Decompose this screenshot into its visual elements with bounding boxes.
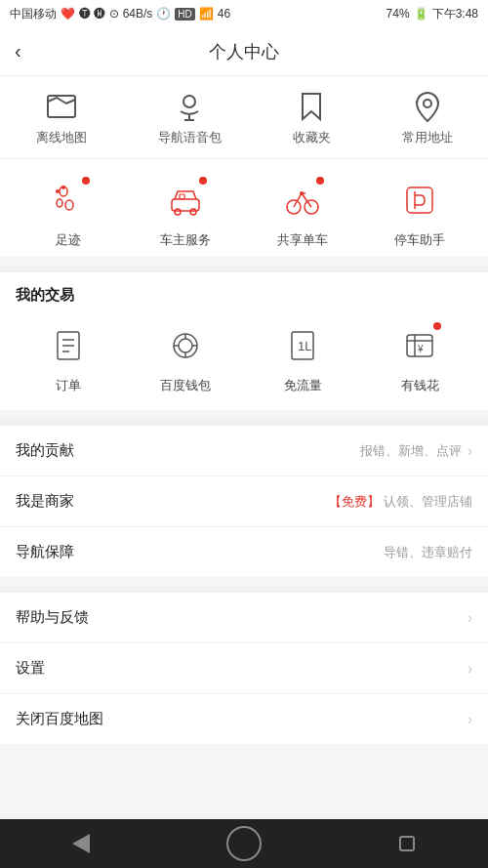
transaction-wallet[interactable]: 百度钱包 (160, 320, 211, 394)
transaction-title: 我的交易 (0, 272, 488, 312)
money-label: 有钱花 (401, 377, 439, 394)
battery-icon: 🔋 (414, 7, 428, 21)
home-nav-button[interactable] (215, 824, 273, 863)
profile-icon-grid: 足迹 车主服务 (0, 175, 488, 249)
recents-square-icon (399, 836, 415, 851)
wifi-icon: 📶 (199, 7, 214, 21)
help-chevron-icon: › (468, 609, 472, 627)
parking-icon-wrapper (394, 175, 445, 226)
top-nav-favorites-label: 收藏夹 (293, 129, 331, 146)
help-right: › (468, 609, 472, 627)
profile-footprint[interactable]: 足迹 (43, 175, 94, 249)
hd-badge: HD (175, 8, 194, 21)
merchant-label: 我是商家 (16, 492, 74, 511)
nav-protection-right: 导错、违章赔付 (384, 544, 472, 561)
profile-bike-share[interactable]: 共享单车 (277, 175, 328, 249)
back-button[interactable]: ‹ (15, 40, 21, 62)
footprint-dot (82, 177, 90, 185)
nav-protection-hint: 导错、违章赔付 (384, 544, 472, 561)
status-bar: 中国移动 ❤️ 🅣 🅦 ⊙ 64B/s 🕐 HD 📶 46 74% 🔋 下午3:… (0, 0, 488, 27)
profile-parking[interactable]: 停车助手 (394, 175, 445, 249)
list-item-contribution[interactable]: 我的贡献 报错、新增、点评 › (0, 426, 488, 476)
list-item-close-app[interactable]: 关闭百度地图 › (0, 694, 488, 744)
profile-car-service[interactable]: 车主服务 (160, 175, 211, 249)
network-type: 46 (218, 7, 230, 21)
home-circle-icon (226, 826, 262, 861)
top-nav-common-address-label: 常用地址 (402, 129, 453, 146)
top-nav-offline-map[interactable]: 离线地图 (36, 88, 87, 146)
page-title: 个人中心 (209, 40, 279, 63)
list-item-settings[interactable]: 设置 › (0, 643, 488, 694)
signal-icon: ❤️ (61, 7, 75, 21)
settings-chevron-icon: › (468, 660, 472, 678)
data-icon: 1L (284, 327, 321, 364)
money-icon-wrapper: ¥ (394, 320, 445, 371)
transaction-section: 我的交易 订单 (0, 272, 488, 410)
merchant-hint-highlight: 【免费】 (329, 494, 380, 509)
footprint-icon (50, 182, 87, 219)
status-right: 74% 🔋 下午3:48 (386, 6, 478, 22)
car-icon-wrapper (160, 175, 211, 226)
top-nav-bar: 离线地图 导航语音包 收藏夹 常用地址 (0, 76, 488, 159)
money-icon: ¥ (401, 327, 438, 364)
merchant-right: 【免费】 认领、管理店铺 (329, 493, 472, 511)
svg-text:1L: 1L (298, 339, 311, 353)
svg-text:¥: ¥ (417, 344, 424, 354)
transaction-free-data[interactable]: 1L 免流量 (277, 320, 328, 394)
wallet-icon-wrapper (160, 320, 211, 371)
recents-nav-button[interactable] (378, 824, 436, 863)
bottom-nav-bar (0, 819, 488, 868)
battery-percent: 74% (386, 7, 410, 21)
merchant-hint: 【免费】 认领、管理店铺 (329, 493, 472, 511)
status-left: 中国移动 ❤️ 🅣 🅦 ⊙ 64B/s 🕐 HD 📶 46 (10, 6, 230, 22)
top-nav-voice-pack[interactable]: 导航语音包 (158, 88, 222, 146)
top-nav-favorites[interactable]: 收藏夹 (293, 88, 331, 146)
free-data-label: 免流量 (284, 377, 322, 394)
divider-2 (0, 418, 488, 426)
list-section: 我的贡献 报错、新增、点评 › 我是商家 【免费】 认领、管理店铺 导航保障 导… (0, 426, 488, 577)
contribution-label: 我的贡献 (16, 441, 74, 460)
app-icons: 🅣 🅦 ⊙ (79, 7, 119, 21)
voice-icon (171, 88, 208, 125)
settings-label: 设置 (16, 659, 45, 678)
bike-icon-wrapper (277, 175, 328, 226)
footprint-label: 足迹 (56, 231, 81, 249)
svg-rect-17 (407, 187, 432, 213)
transaction-grid: 订单 百度钱包 1L (0, 312, 488, 410)
carrier-text: 中国移动 (10, 6, 57, 22)
data-icon-wrapper: 1L (277, 320, 328, 371)
data-speed: 64B/s (123, 7, 153, 21)
list-item-merchant[interactable]: 我是商家 【免费】 认领、管理店铺 (0, 476, 488, 527)
transaction-order[interactable]: 订单 (43, 320, 94, 394)
help-label: 帮助与反馈 (16, 608, 89, 627)
list-item-help[interactable]: 帮助与反馈 › (0, 593, 488, 643)
bike-label: 共享单车 (277, 231, 328, 249)
svg-point-7 (65, 200, 73, 210)
order-icon-wrapper (43, 320, 94, 371)
top-nav-offline-map-label: 离线地图 (36, 129, 87, 146)
bike-dot (316, 177, 324, 185)
location-icon (409, 88, 446, 125)
wallet-label: 百度钱包 (160, 377, 211, 394)
svg-point-12 (190, 209, 196, 215)
nav-protection-label: 导航保障 (16, 543, 74, 561)
back-nav-button[interactable] (52, 824, 110, 863)
order-label: 订单 (56, 377, 81, 394)
divider-1 (0, 265, 488, 272)
svg-point-1 (183, 96, 195, 107)
divider-3 (0, 585, 488, 593)
clock-icon: 🕐 (156, 7, 171, 21)
svg-point-11 (175, 209, 181, 215)
back-icon: ‹ (15, 40, 21, 62)
close-app-label: 关闭百度地图 (16, 710, 103, 728)
order-icon (50, 327, 87, 364)
settings-right: › (468, 660, 472, 678)
top-nav-common-address[interactable]: 常用地址 (402, 88, 453, 146)
page-header: ‹ 个人中心 (0, 27, 488, 76)
bike-icon (284, 182, 321, 219)
svg-point-23 (179, 339, 192, 352)
transaction-money[interactable]: ¥ 有钱花 (394, 320, 445, 394)
list-item-nav-protection[interactable]: 导航保障 导错、违章赔付 (0, 527, 488, 577)
wallet-icon (167, 327, 204, 364)
car-icon (167, 182, 204, 219)
